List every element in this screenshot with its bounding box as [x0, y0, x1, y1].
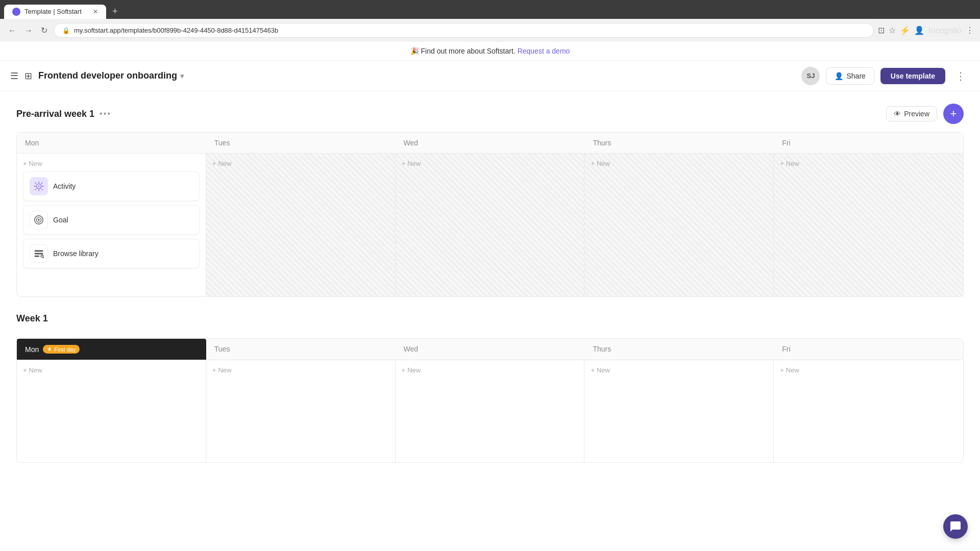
request-demo-link[interactable]: Request a demo	[518, 47, 570, 55]
star-icon: ★	[47, 346, 52, 353]
svg-rect-15	[35, 256, 39, 257]
week1-mon-new-button[interactable]: + New	[23, 366, 200, 374]
week1-thurs-new-button[interactable]: + New	[591, 366, 767, 374]
pre-arrival-title: Pre-arrival week 1	[16, 109, 94, 119]
new-tab-button[interactable]: +	[108, 4, 122, 19]
plus-icon: +	[23, 366, 27, 374]
plus-icon: +	[402, 160, 406, 167]
pre-arrival-wed-header: Wed	[396, 133, 585, 153]
pre-arrival-thurs-new-button[interactable]: + New	[591, 160, 767, 167]
extension-icon[interactable]: ⚡	[900, 26, 910, 35]
week1-fri-cell: + New	[774, 360, 963, 462]
page-title[interactable]: Frontend developer onboarding ▾	[38, 70, 184, 81]
browse-library-card[interactable]: Browse library	[23, 239, 200, 268]
use-template-button[interactable]: Use template	[880, 68, 945, 84]
plus-icon: +	[591, 366, 595, 374]
avatar[interactable]: SJ	[801, 67, 820, 85]
pre-arrival-day-headers: Mon Tues Wed Thurs Fri	[17, 133, 963, 154]
profile-icon[interactable]: 👤	[914, 26, 924, 35]
svg-line-7	[41, 189, 42, 190]
active-tab[interactable]: Template | Softstart ✕	[4, 5, 106, 19]
first-day-label: First day	[54, 346, 76, 353]
plus-icon: +	[780, 160, 784, 167]
back-button[interactable]: ←	[6, 24, 18, 37]
page-title-text: Frontend developer onboarding	[38, 70, 177, 81]
svg-point-12	[38, 219, 40, 221]
browse-library-label: Browse library	[53, 249, 99, 258]
pre-arrival-fri-cell: + New	[774, 154, 963, 296]
first-day-badge: ★ First day	[43, 345, 80, 354]
board-icon[interactable]: ⊞	[24, 70, 32, 82]
pre-arrival-section: Pre-arrival week 1 ••• 👁 Preview + Mon T…	[16, 104, 964, 297]
activity-icon	[33, 181, 44, 192]
pre-arrival-calendar: Mon Tues Wed Thurs Fri + New	[16, 132, 964, 297]
pre-arrival-tues-new-button[interactable]: + New	[212, 160, 389, 167]
section-options-icon[interactable]: •••	[100, 109, 111, 118]
pre-arrival-fri-header: Fri	[774, 133, 963, 153]
nav-actions: ⊡ ☆ ⚡ 👤 Incognito ⋮	[878, 26, 974, 35]
bookmark-icon[interactable]: ☆	[889, 26, 896, 35]
svg-line-8	[41, 183, 42, 184]
new-label: New	[597, 366, 610, 374]
goal-label: Goal	[53, 216, 68, 224]
tab-close-button[interactable]: ✕	[93, 8, 98, 15]
preview-button[interactable]: 👁 Preview	[886, 106, 937, 121]
pre-arrival-mon-new-button[interactable]: + New	[23, 160, 200, 167]
hamburger-icon[interactable]: ☰	[10, 70, 18, 82]
activity-label: Activity	[53, 182, 76, 190]
svg-line-17	[43, 257, 43, 258]
svg-point-1	[38, 185, 40, 187]
new-label: New	[29, 366, 42, 374]
lock-icon: 🔒	[62, 27, 70, 34]
new-label: New	[786, 160, 799, 167]
week1-wed-new-button[interactable]: + New	[402, 366, 578, 374]
week1-thurs-header: Thurs	[584, 339, 774, 360]
week1-calendar-body: + New + New + New	[17, 360, 963, 462]
week1-tues-header: Tues	[206, 339, 396, 360]
refresh-button[interactable]: ↻	[39, 23, 50, 37]
forward-button[interactable]: →	[22, 24, 35, 37]
week1-header: Week 1	[16, 313, 964, 330]
week1-tues-cell: + New	[206, 360, 396, 462]
section-actions: 👁 Preview +	[886, 104, 964, 124]
pre-arrival-thurs-header: Thurs	[584, 133, 774, 153]
week1-wed-header: Wed	[396, 339, 585, 360]
svg-line-6	[35, 183, 36, 184]
week1-mon-header: Mon ★ First day	[17, 339, 206, 360]
share-button[interactable]: 👤 Share	[826, 67, 874, 85]
pre-arrival-tues-cell: + New	[206, 154, 396, 296]
more-options-icon[interactable]: ⋮	[951, 68, 970, 84]
goal-icon-wrapper	[30, 211, 48, 229]
plus-icon: +	[212, 366, 216, 374]
goal-icon	[33, 214, 44, 226]
activity-icon-wrapper	[30, 177, 48, 195]
share-label: Share	[846, 72, 865, 80]
address-bar[interactable]: 🔒 my.softstart.app/templates/b00f899b-42…	[54, 23, 874, 38]
pre-arrival-thurs-cell: + New	[584, 154, 774, 296]
browser-nav-bar: ← → ↻ 🔒 my.softstart.app/templates/b00f8…	[0, 19, 980, 42]
plus-icon: +	[591, 160, 595, 167]
cast-icon[interactable]: ⊡	[878, 26, 885, 35]
week1-wed-cell: + New	[396, 360, 585, 462]
menu-icon[interactable]: ⋮	[966, 26, 974, 35]
week1-tues-new-button[interactable]: + New	[212, 366, 389, 374]
add-section-button[interactable]: +	[943, 104, 964, 124]
main-content: Pre-arrival week 1 ••• 👁 Preview + Mon T…	[0, 91, 980, 491]
tab-bar: Template | Softstart ✕ +	[0, 0, 980, 19]
preview-icon: 👁	[894, 110, 901, 118]
pre-arrival-wed-new-button[interactable]: + New	[402, 160, 578, 167]
app-header: ☰ ⊞ Frontend developer onboarding ▾ SJ 👤…	[0, 61, 980, 91]
pre-arrival-mon-header: Mon	[17, 133, 206, 153]
tab-title: Template | Softstart	[24, 8, 82, 15]
new-label: New	[786, 366, 799, 374]
pre-arrival-calendar-body: + New	[17, 154, 963, 296]
week1-fri-new-button[interactable]: + New	[780, 366, 957, 374]
goal-card[interactable]: Goal	[23, 205, 200, 235]
svg-line-9	[35, 189, 36, 190]
incognito-label: Incognito	[928, 26, 962, 35]
announcement-bar: 🎉 Find out more about Softstart. Request…	[0, 42, 980, 61]
activity-card[interactable]: Activity	[23, 171, 200, 201]
preview-label: Preview	[904, 110, 929, 118]
pre-arrival-fri-new-button[interactable]: + New	[780, 160, 957, 167]
new-label: New	[218, 160, 231, 167]
